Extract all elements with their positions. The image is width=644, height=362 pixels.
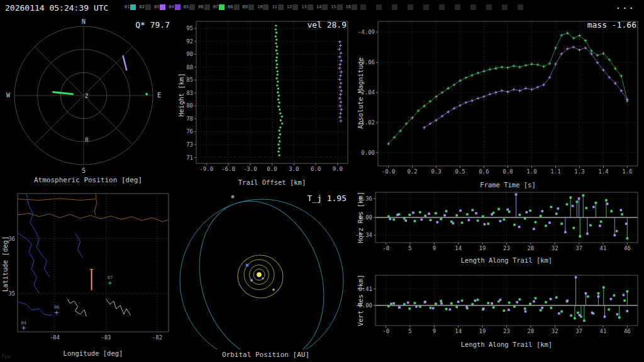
x-tick-label: 14: [455, 328, 462, 334]
station-status-box[interactable]: [392, 4, 397, 10]
y-tick-label: 73: [186, 141, 193, 148]
x-tick-label: 28: [527, 245, 534, 251]
station-cell-06[interactable]: 06: [198, 4, 209, 10]
station-cell-10[interactable]: 10: [257, 4, 269, 10]
station-cell-11[interactable]: 11: [272, 4, 283, 10]
station-cell-07[interactable]: 07: [213, 4, 225, 10]
station-status-box: [248, 4, 254, 10]
x-tick-label: 0.3: [431, 168, 441, 175]
vert-residuals-plot[interactable]: -05914192328323741460.41-0.00: [355, 272, 644, 342]
station-status-box[interactable]: [455, 4, 460, 10]
height-profile-plot[interactable]: -9.0-6.0-3.00.03.06.09.07173767880838588…: [176, 16, 355, 181]
station-status-box[interactable]: [376, 4, 382, 10]
station-status-box[interactable]: [439, 4, 445, 10]
y-tick-label: 76: [186, 128, 193, 134]
station-label: 14: [316, 4, 321, 10]
x-tick-label: 0.2: [407, 168, 417, 175]
y-tick-label: 95: [186, 25, 193, 31]
station-cell-13[interactable]: 13: [301, 4, 313, 10]
panel-residuals: Horz Res [km] -05914192328323741460.360.…: [355, 189, 644, 362]
horz-res-xlabel: Length Along Trail [km]: [375, 256, 638, 264]
station-cell-15[interactable]: 15: [331, 4, 342, 10]
station-status-box[interactable]: [486, 4, 492, 10]
planet-marker: [231, 195, 235, 199]
station-label: 02: [139, 4, 144, 10]
x-tick-label: -0.0: [382, 168, 396, 175]
polar-title: Atmospheric Position [deg]: [0, 176, 176, 184]
series-green: [387, 286, 628, 322]
planet-marker: [250, 279, 253, 282]
app-root: { "watermark": "fyw", "titlebar": { "tim…: [0, 0, 644, 362]
q-value-badge: Q* 79.7: [135, 20, 170, 30]
orbit-ellipse: [180, 199, 343, 349]
station-cell-02[interactable]: 02: [139, 4, 150, 10]
station-status-box: [219, 4, 225, 10]
height-xlabel: Trail Offset [km]: [196, 178, 348, 186]
station-status-box: [204, 4, 210, 10]
station-cell-08[interactable]: 08: [228, 4, 239, 10]
compass-west-label: W: [6, 92, 11, 99]
orbit-plot[interactable]: [176, 189, 355, 349]
station-status-box: [337, 4, 343, 10]
station-cell-09[interactable]: 09: [243, 4, 254, 10]
station-status-box: [175, 4, 180, 10]
river: [26, 194, 50, 277]
station-status-box: [308, 4, 313, 10]
station-cell-14[interactable]: 14: [316, 4, 328, 10]
station-cell-16[interactable]: 16: [346, 4, 357, 10]
compass-south-label: S: [82, 167, 86, 173]
x-tick-label: 14: [455, 245, 462, 251]
station-strip: 01020304050607080910111213141516: [125, 4, 533, 10]
y-tick-label: -3.06: [358, 59, 375, 65]
x-tick-label: 9: [433, 245, 436, 251]
station-marker-label: 07: [108, 275, 113, 280]
series-purple: [423, 45, 629, 129]
plot-frame: [18, 194, 169, 332]
purple-track: [123, 56, 127, 70]
series-purple: [390, 276, 628, 317]
lightcurve-xlabel: Frame Time [s]: [378, 181, 638, 189]
station-status-box: [352, 4, 357, 10]
station-status-box: [292, 4, 298, 10]
station-status-box[interactable]: [423, 4, 429, 10]
y-tick-label: 80: [186, 102, 193, 109]
utc-timestamp: 20260114 05:24:39 UTC: [5, 3, 108, 13]
station-cell-01[interactable]: 01: [125, 4, 136, 10]
river: [75, 233, 82, 258]
polar-plot[interactable]: NESWZR: [0, 16, 176, 173]
ground-map-plot[interactable]: -84-83-823635070604: [0, 189, 176, 343]
station-status-box: [130, 4, 136, 10]
x-tick-label: 3.0: [289, 166, 299, 172]
panel-light-curve: mass -1.66 Absolute Magnitude -0.00.20.3…: [355, 16, 644, 190]
station-cell-03[interactable]: 03: [154, 4, 165, 10]
river: [18, 233, 39, 293]
station-cell-04[interactable]: 04: [169, 4, 180, 10]
orbit-ellipse: [179, 189, 343, 349]
y-tick-label: 0.00: [358, 214, 372, 221]
light-curve-plot[interactable]: -0.00.20.30.50.60.81.01.11.31.41.60.00-1…: [355, 16, 644, 185]
station-status-box[interactable]: [360, 4, 366, 10]
titlebar: 20260114 05:24:39 UTC 010203040506070809…: [0, 0, 644, 16]
y-tick-label: -0.00: [355, 302, 372, 309]
station-status-box[interactable]: [518, 4, 523, 10]
planet-marker: [272, 288, 275, 291]
x-tick-label: 1.0: [526, 168, 536, 175]
x-tick-label: -9.0: [199, 166, 213, 172]
station-status-box: [263, 4, 269, 10]
y-tick-label: 92: [186, 38, 193, 45]
station-status-box[interactable]: [408, 4, 413, 10]
station-status-box[interactable]: [502, 4, 508, 10]
station-cell-12[interactable]: 12: [287, 4, 298, 10]
x-tick-label: 9.0: [333, 166, 343, 172]
x-tick-label: 0.6: [479, 168, 489, 175]
y-tick-label: 88: [186, 64, 193, 70]
station-label: 16: [346, 4, 351, 10]
overflow-menu-button[interactable]: ...: [616, 1, 635, 11]
station-label: 10: [257, 4, 262, 10]
x-tick-label: 19: [479, 328, 486, 334]
axes: -0.00.20.30.50.60.81.01.11.31.41.60.00-1…: [358, 21, 638, 175]
station-cell-05[interactable]: 05: [184, 4, 195, 10]
horz-residuals-plot[interactable]: -05914192328323741460.360.00-0.34: [355, 189, 644, 259]
station-status-box[interactable]: [470, 4, 476, 10]
velocity-badge: vel 28.9: [307, 20, 347, 30]
